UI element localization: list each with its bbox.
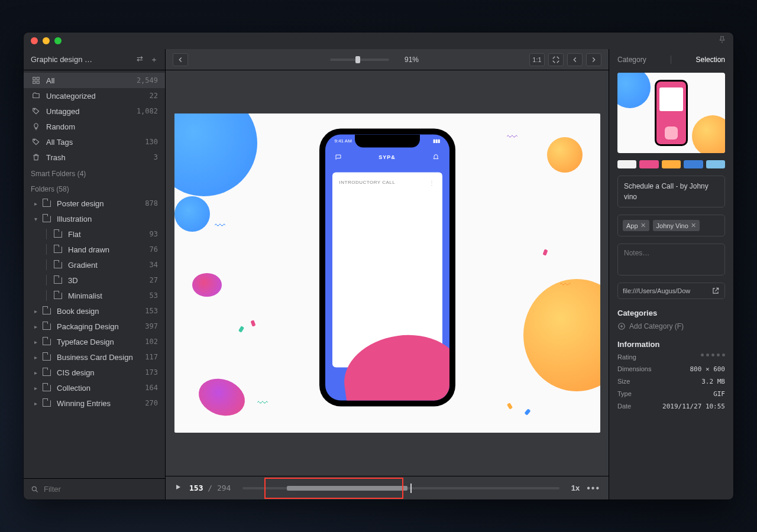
folder-icon: [41, 308, 52, 314]
smart-folders-header[interactable]: Smart Folders (4): [24, 165, 165, 180]
chat-icon: [335, 154, 342, 161]
notes-field[interactable]: Notes…: [617, 244, 725, 275]
sidebar-item-label: Uncategorized: [46, 92, 96, 100]
info-rating[interactable]: Rating: [617, 353, 725, 361]
svg-rect-3: [37, 81, 39, 83]
tag-chip[interactable]: App✕: [623, 220, 649, 231]
zoom-1to1-button[interactable]: 1:1: [529, 53, 545, 66]
folder-hand-drawn[interactable]: Hand drawn 76: [24, 242, 165, 257]
swatch[interactable]: [662, 160, 681, 168]
zoom-slider[interactable]: [330, 59, 389, 61]
titlebar: [24, 33, 733, 49]
folder-label: Collection: [57, 384, 90, 392]
swatch[interactable]: [684, 160, 703, 168]
close-window[interactable]: [31, 37, 38, 44]
title-field[interactable]: Schedule a Call - by Johny vino: [617, 176, 725, 207]
swatch[interactable]: [639, 160, 658, 168]
sidebar-item-random[interactable]: Random: [24, 119, 165, 134]
library-bar: Graphic design … ⇄ ＋: [24, 49, 165, 70]
thumbnail[interactable]: GIF: [617, 73, 725, 153]
add-library-icon[interactable]: ＋: [150, 54, 158, 65]
folder-gradient[interactable]: Gradient 34: [24, 257, 165, 273]
tree-line: [46, 244, 47, 255]
add-category-button[interactable]: Add Category (F): [617, 322, 725, 330]
preview-area[interactable]: 〰〰 〰〰 9:41 AM▮▮▮ SYP&: [166, 70, 609, 476]
folder-packaging-design[interactable]: ▸ Packaging Design 397: [24, 319, 165, 334]
svg-point-5: [32, 486, 36, 491]
folder-3d[interactable]: 3D 27: [24, 273, 165, 288]
phone-app-title: SYP&: [378, 154, 396, 160]
sidebar-filter[interactable]: [24, 478, 165, 499]
chevron-right-icon: ▸: [34, 339, 40, 345]
phone-mockup: 9:41 AM▮▮▮ SYP& INTRODUCTORY CALL ⋮: [319, 129, 455, 407]
folder-cis-design[interactable]: ▸ CIS design 173: [24, 365, 165, 380]
tags-field[interactable]: App✕ Johny Vino✕: [617, 215, 725, 236]
fit-screen-button[interactable]: [548, 53, 564, 66]
chevron-right-icon: ▸: [34, 323, 40, 330]
playback-speed[interactable]: 1x: [571, 484, 580, 492]
folder-winning-entries[interactable]: ▸ Winning Entries 270: [24, 395, 165, 411]
prev-button[interactable]: [567, 53, 583, 66]
zoom-window[interactable]: [54, 37, 62, 44]
timeline-cursor[interactable]: [410, 484, 412, 493]
sidebar-item-all[interactable]: All 2,549: [24, 73, 165, 88]
plus-circle-icon: [617, 322, 626, 330]
folder-minimalist[interactable]: Minimalist 53: [24, 288, 165, 303]
url-field[interactable]: file:///Users/Augus/Dow: [617, 283, 725, 299]
open-external-icon[interactable]: [711, 287, 720, 295]
folder-book-design[interactable]: ▸ Book design 153: [24, 303, 165, 319]
folder-icon: [41, 323, 52, 330]
sidebar-item-uncategorized[interactable]: Uncategorized 22: [24, 88, 165, 103]
tab-selection[interactable]: Selection: [696, 56, 725, 64]
sidebar-item-trash[interactable]: Trash 3: [24, 150, 165, 165]
swatch[interactable]: [617, 160, 636, 168]
folder-collection[interactable]: ▸ Collection 164: [24, 380, 165, 395]
tree-line: [46, 290, 47, 301]
sidebar: Graphic design … ⇄ ＋ All 2,549 Uncategor…: [24, 49, 166, 499]
folder-count: 164: [145, 384, 158, 392]
more-menu-icon[interactable]: •••: [587, 483, 600, 494]
filter-input[interactable]: [44, 485, 158, 494]
inspector-panel: Category Selection GIF Schedule a Call -…: [609, 49, 733, 499]
swatch[interactable]: [706, 160, 725, 168]
pin-icon[interactable]: [718, 35, 726, 46]
minimize-window[interactable]: [43, 37, 50, 44]
svg-point-4: [34, 140, 35, 141]
folder-list[interactable]: All 2,549 Uncategorized 22 Untagged 1,08…: [24, 70, 165, 478]
sidebar-item-count: 1,082: [137, 107, 158, 115]
sidebar-item-label: Random: [46, 122, 75, 131]
folder-icon: [41, 354, 52, 361]
folder-label: Winning Entries: [57, 399, 111, 408]
folder-icon: [41, 369, 52, 376]
folder-typeface-design[interactable]: ▸ Typeface Design 102: [24, 334, 165, 349]
rating-dots[interactable]: [701, 353, 725, 361]
folder-business-card-design[interactable]: ▸ Business Card Design 117: [24, 349, 165, 365]
remove-tag-icon[interactable]: ✕: [691, 222, 696, 229]
phone-card-title: INTRODUCTORY CALL: [339, 180, 396, 185]
svg-rect-1: [37, 77, 39, 80]
timeline-track[interactable]: [242, 487, 559, 489]
play-button[interactable]: [174, 483, 182, 494]
folder-icon: [41, 400, 52, 407]
library-name[interactable]: Graphic design …: [31, 55, 92, 64]
remove-tag-icon[interactable]: ✕: [640, 222, 646, 229]
folder-flat[interactable]: Flat 93: [24, 226, 165, 242]
sidebar-item-untagged[interactable]: Untagged 1,082: [24, 103, 165, 119]
sidebar-item-count: 3: [154, 153, 158, 161]
tab-category[interactable]: Category: [617, 56, 646, 64]
swap-library-icon[interactable]: ⇄: [137, 54, 143, 65]
sidebar-item-alltags[interactable]: All Tags 130: [24, 134, 165, 150]
timeline-selection[interactable]: [287, 486, 407, 491]
tree-line: [46, 275, 47, 286]
folder-label: Hand drawn: [68, 245, 109, 254]
phone-time: 9:41 AM: [335, 138, 352, 144]
search-icon: [31, 485, 39, 494]
back-button[interactable]: [173, 53, 188, 66]
folders-header[interactable]: Folders (58): [24, 180, 165, 196]
tag-chip[interactable]: Johny Vino✕: [653, 220, 700, 231]
folder-label: Business Card Design: [57, 353, 133, 362]
folder-illustration[interactable]: ▾ Illustration: [24, 211, 165, 226]
folder-poster-design[interactable]: ▸ Poster design 878: [24, 196, 165, 211]
playbar: 153 / 294 1x •••: [166, 476, 609, 499]
next-button[interactable]: [586, 53, 601, 66]
